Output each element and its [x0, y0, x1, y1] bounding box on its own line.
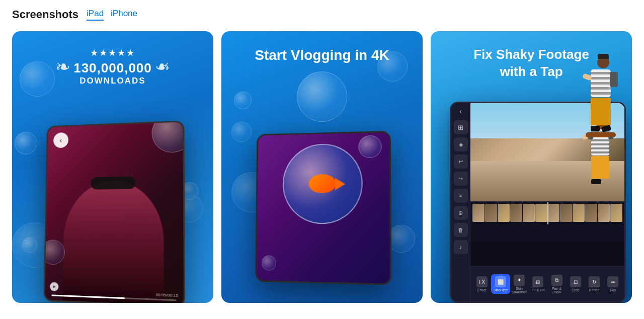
- section-title: Screenshots: [12, 8, 78, 21]
- crop-icon: ⊡: [570, 276, 581, 287]
- tool-fx[interactable]: FX Effect: [472, 274, 491, 294]
- fx-icon: FX: [476, 276, 488, 287]
- tool-fit[interactable]: ⊞ Fit & Fill: [529, 274, 547, 294]
- card-2-title: Start Vlogging in 4K: [255, 46, 389, 64]
- thumb-1: [472, 204, 485, 222]
- flip-icon: ⇔: [607, 276, 618, 287]
- thumb-7: [548, 204, 560, 222]
- tool-crop[interactable]: ⊡ Crop: [566, 274, 585, 294]
- timecode-1: 00:05/00:15: [156, 292, 179, 298]
- sidebar-icon-5: ≡: [454, 189, 468, 203]
- screenshot-card-vlogging: Start Vlogging in 4K: [221, 31, 423, 303]
- badge-text-block: ★★★★★ 130,000,000 DOWNLOADS: [73, 47, 152, 86]
- section-header: Screenshots iPad iPhone: [12, 8, 632, 21]
- thumb-9: [573, 204, 585, 222]
- bubble-c2-1: [297, 71, 347, 122]
- stabilizer-icon: ⬜: [495, 276, 506, 287]
- sidebar-icon-2: ◈: [454, 137, 468, 151]
- laurel-wrapper: ❧ ★★★★★ 130,000,000 DOWNLOADS ❧: [55, 47, 170, 86]
- thumb-3: [498, 204, 510, 222]
- tab-iphone[interactable]: iPhone: [111, 9, 137, 21]
- crop-label: Crop: [572, 288, 579, 292]
- pan-icon: ⧉: [551, 275, 562, 286]
- chevron-left-icon: ‹: [459, 107, 462, 115]
- flip-label: Flip: [610, 288, 616, 292]
- tool-skin[interactable]: ✦ Skin Smoother: [510, 273, 529, 296]
- bubble-c2-6: [234, 92, 252, 109]
- screenshots-grid: ❧ ★★★★★ 130,000,000 DOWNLOADS ❧ ‹: [12, 31, 632, 303]
- back-button-1: ‹: [53, 132, 68, 148]
- tablet-editor: ‹ ⊞ ◈ ↩ ↪ ≡ ⊕ 🗑 ♪: [450, 87, 631, 303]
- sidebar-icon-6: ⊕: [454, 206, 468, 220]
- thumb-2: [485, 204, 497, 222]
- editor-sidebar: ‹ ⊞ ◈ ↩ ↪ ≡ ⊕ 🗑 ♪: [451, 103, 470, 301]
- fit-label: Fit & Fill: [532, 288, 544, 292]
- screenshot-card-downloads: ❧ ★★★★★ 130,000,000 DOWNLOADS ❧ ‹: [12, 31, 213, 303]
- thumb-6: [535, 204, 547, 222]
- screenshot-card-stabilizer: Fix Shaky Footagewith a Tap ‹ ⊞ ◈ ↩ ↪ ≡ …: [431, 31, 632, 303]
- goldfish-bubble: [282, 143, 362, 224]
- thumb-8: [560, 204, 572, 222]
- tablet-frame-1: ‹ 00:05/00:15 ▶: [43, 120, 185, 303]
- sidebar-icon-8: ♪: [454, 240, 468, 254]
- skin-label: Skin Smoother: [512, 287, 527, 294]
- tab-group: iPad iPhone: [87, 9, 137, 21]
- sidebar-icon-3: ↩: [454, 154, 468, 169]
- sidebar-icon-4: ↪: [454, 172, 468, 186]
- thumb-12: [610, 204, 622, 222]
- thumb-10: [585, 204, 597, 222]
- downloads-label: DOWNLOADS: [79, 76, 145, 86]
- tool-flip[interactable]: ⇔ Flip: [604, 274, 622, 294]
- tab-ipad[interactable]: iPad: [87, 9, 104, 21]
- rotate-label: Rotate: [589, 288, 600, 292]
- download-count: 130,000,000: [73, 60, 152, 76]
- tablet-screen-1: ‹ 00:05/00:15 ▶: [45, 122, 184, 303]
- tablet-frame-2: [255, 131, 391, 285]
- editor-toolbar: FX Effect ⬜ Stabilizer ✦ Skin Smoother: [470, 266, 624, 301]
- tool-pan[interactable]: ⧉ Pan & Zoom: [547, 273, 566, 296]
- pan-label: Pan & Zoom: [549, 287, 565, 294]
- thumb-11: [598, 204, 610, 222]
- card-3-title: Fix Shaky Footagewith a Tap: [473, 46, 589, 81]
- stabilizer-label: Stabilizer: [493, 288, 508, 292]
- timeline-cursor: [547, 202, 548, 224]
- award-badge: ❧ ★★★★★ 130,000,000 DOWNLOADS ❧: [55, 46, 170, 86]
- stars: ★★★★★: [90, 47, 135, 58]
- laurel-right: ❧: [155, 58, 170, 76]
- rotate-icon: ↻: [589, 276, 600, 287]
- skin-icon: ✦: [514, 275, 525, 286]
- tablet-mockup-1: ‹ 00:05/00:15 ▶: [32, 112, 193, 303]
- tablet-mockup-2: [247, 122, 397, 283]
- fx-label: Effect: [477, 288, 487, 292]
- tool-stabilizer[interactable]: ⬜ Stabilizer: [491, 274, 510, 294]
- sidebar-icon-1: ⊞: [454, 120, 468, 134]
- tool-rotate[interactable]: ↻ Rotate: [585, 274, 604, 294]
- play-button-1: ▶: [50, 282, 58, 291]
- page-container: Screenshots iPad iPhone ❧ ★★★★★ 130,000: [0, 0, 644, 311]
- laurel-left: ❧: [55, 58, 70, 76]
- fit-icon: ⊞: [532, 276, 543, 287]
- tablet-screen-2: [257, 132, 390, 284]
- thumb-4: [510, 204, 522, 222]
- sidebar-icon-7: 🗑: [454, 223, 468, 237]
- bubble-bg-1: [20, 61, 55, 97]
- thumb-5: [523, 204, 535, 222]
- timeline-section: [470, 201, 624, 242]
